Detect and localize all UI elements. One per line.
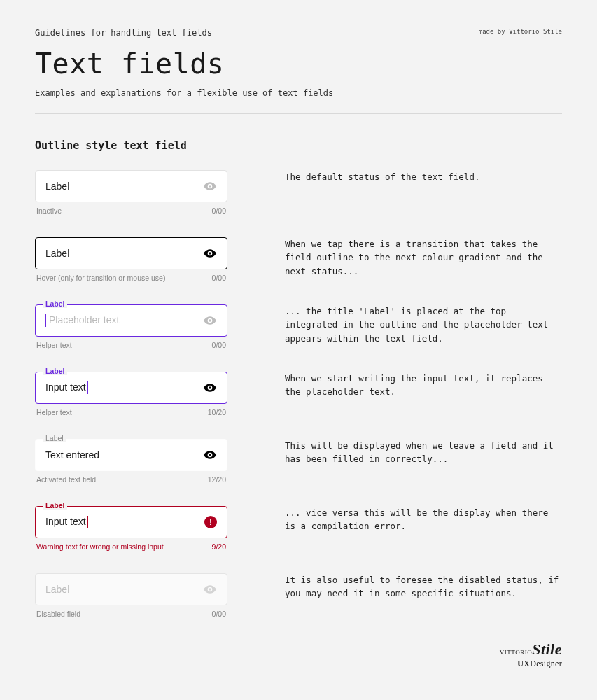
text-field[interactable]: Label Input text <box>35 372 227 404</box>
helper-row: Hover (only for transition or mouse use)… <box>35 274 227 282</box>
state-description: It is also useful to foresee the disable… <box>285 573 562 601</box>
logo-role-bold: UX <box>517 659 530 668</box>
caret-icon <box>87 516 88 528</box>
page-title: Text fields <box>35 48 562 80</box>
page-subtitle: Examples and explanations for a flexible… <box>35 88 562 98</box>
helper-row: Inactive 0/00 <box>35 206 227 215</box>
floating-label: Label <box>43 300 67 308</box>
char-counter: 10/20 <box>208 408 226 416</box>
eye-icon[interactable] <box>203 314 217 328</box>
eye-icon[interactable] <box>203 179 217 193</box>
helper-text: Inactive <box>36 206 62 215</box>
helper-row: Warning text for wrong or missing input … <box>35 542 227 551</box>
helper-row: Activated text field 12/20 <box>35 475 227 484</box>
helper-text: Warning text for wrong or missing input <box>36 542 164 551</box>
caret-icon <box>87 382 88 394</box>
eye-icon[interactable] <box>203 381 217 395</box>
char-counter: 0/00 <box>212 274 226 282</box>
state-description: ... vice versa this will be the display … <box>285 506 562 533</box>
char-counter: 9/20 <box>212 542 226 551</box>
eye-icon <box>203 582 217 596</box>
char-counter: 0/00 <box>212 206 226 215</box>
state-description: When we start writing the input text, it… <box>285 372 562 399</box>
field-label: Label <box>45 584 69 595</box>
state-description: The default status of the text field. <box>285 170 562 183</box>
field-inactive: Label Inactive 0/00 <box>35 170 227 215</box>
caret-icon <box>45 314 46 327</box>
field-hover: Label Hover (only for transition or mous… <box>35 237 227 282</box>
char-counter: 0/00 <box>212 610 226 618</box>
logo-last: Stile <box>532 640 562 658</box>
field-input: Input text <box>45 382 88 394</box>
logo-first: VITTORIO <box>500 649 532 656</box>
field-activated: Label Text entered Activated text field … <box>35 439 227 484</box>
char-counter: 0/00 <box>212 341 226 349</box>
field-label: Label <box>45 181 69 192</box>
field-input: Text entered <box>45 449 99 461</box>
field-disabled: Label Disabled field 0/00 <box>35 573 227 618</box>
floating-label: Label <box>43 502 67 510</box>
text-field[interactable]: Label Placeholder text <box>35 304 227 337</box>
field-error: Label Input text ! Warning text for wron… <box>35 506 227 551</box>
divider <box>35 113 562 114</box>
text-field[interactable]: Label Input text ! <box>35 506 227 538</box>
field-input: Placeholder text <box>45 314 119 327</box>
field-label: Label <box>45 248 69 259</box>
char-counter: 12/20 <box>208 475 226 484</box>
helper-text: Helper text <box>36 408 72 416</box>
helper-row: Disabled field 0/00 <box>35 610 227 618</box>
state-description: This will be displayed when we leave a f… <box>285 439 562 466</box>
text-field[interactable]: Label <box>35 170 227 202</box>
eye-icon[interactable] <box>203 246 217 260</box>
state-description: When we tap there is a transition that t… <box>285 237 562 278</box>
helper-text: Hover (only for transition or mouse use) <box>36 274 165 282</box>
floating-label: Label <box>43 368 67 375</box>
floating-label: Label <box>43 435 66 442</box>
eye-icon[interactable] <box>203 448 217 462</box>
field-input: Input text <box>45 516 88 528</box>
helper-row: Helper text 0/00 <box>35 341 227 349</box>
helper-text: Disabled field <box>36 610 80 618</box>
field-focus-fill: Label Input text Helper text 10/20 <box>35 372 227 416</box>
error-icon: ! <box>204 516 217 528</box>
text-field[interactable]: Label <box>35 237 227 270</box>
helper-text: Helper text <box>36 341 72 349</box>
eyebrow: Guidelines for handling text fields <box>35 28 212 38</box>
helper-row: Helper text 10/20 <box>35 408 227 416</box>
text-field: Label <box>35 573 227 606</box>
section-heading: Outline style text field <box>35 139 562 152</box>
credit-line: made by Vittorio Stile <box>479 28 562 35</box>
field-focus: Label Placeholder text Helper text 0/00 <box>35 304 227 349</box>
helper-text: Activated text field <box>36 475 96 484</box>
logo-role: Designer <box>530 659 562 668</box>
text-field[interactable]: Label Text entered <box>35 439 227 471</box>
state-description: ... the title 'Label' is placed at the t… <box>285 304 562 345</box>
author-logo: VITTORIOStile UXDesigner <box>35 640 562 669</box>
